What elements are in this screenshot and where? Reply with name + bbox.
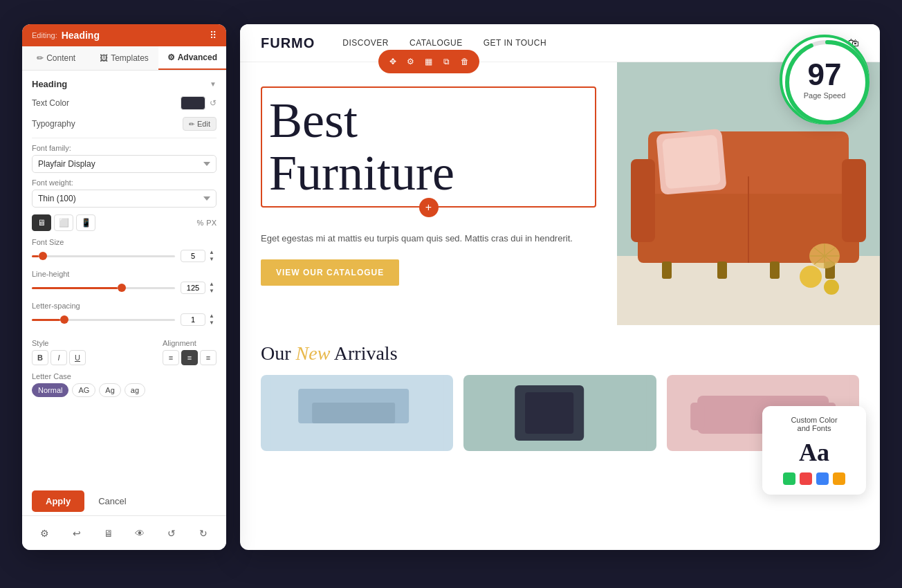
unit-toggle[interactable]: % PX: [197, 219, 217, 227]
color-dot-green[interactable]: [783, 472, 795, 485]
color-dot-red[interactable]: [800, 472, 812, 485]
redo-icon[interactable]: ↻: [195, 528, 212, 539]
speed-ring: [782, 37, 872, 127]
site-nav: DISCOVER CATALOGUE GET IN TOUCH: [342, 38, 546, 48]
line-height-stepper[interactable]: ▲ ▼: [207, 281, 217, 295]
style-label: Style: [32, 339, 86, 347]
font-size-thumb[interactable]: [39, 252, 47, 260]
tablet-device-btn[interactable]: ⬜: [54, 214, 73, 231]
case-lowercase-btn[interactable]: ag: [125, 383, 145, 397]
copy-icon[interactable]: ⧉: [439, 54, 454, 69]
mobile-device-btn[interactable]: 📱: [76, 214, 95, 231]
svg-rect-4: [631, 159, 655, 242]
font-size-stepper[interactable]: ▲ ▼: [207, 249, 217, 263]
nav-catalogue[interactable]: CATALOGUE: [409, 38, 463, 48]
editor-panel: Editing: Heading ⠿ ✏ Content 🖼 Templates…: [22, 24, 226, 550]
apply-button[interactable]: Apply: [32, 490, 84, 512]
bold-btn[interactable]: B: [32, 350, 48, 365]
svg-rect-9: [662, 261, 672, 279]
italic-btn[interactable]: I: [50, 350, 67, 365]
letter-spacing-track[interactable]: [32, 319, 175, 321]
percent-symbol: %: [197, 219, 204, 227]
svg-rect-8: [662, 135, 721, 190]
line-height-thumb[interactable]: [118, 284, 126, 292]
case-normal-btn[interactable]: Normal: [32, 383, 68, 397]
history-icon[interactable]: ↩: [68, 528, 85, 539]
align-left-btn[interactable]: ≡: [163, 350, 179, 365]
hero-content: ✥ ⚙ ▦ ⧉ 🗑 Best Furniture + Eget egestas …: [240, 62, 617, 325]
settings-icon[interactable]: ⚙: [37, 528, 53, 539]
line-height-down[interactable]: ▼: [207, 288, 217, 295]
section-heading: Heading ▼: [32, 79, 217, 89]
panel-body: Heading ▼ Text Color ↺ Typography Edit F…: [22, 71, 226, 527]
letter-spacing-slider-row: Letter-spacing ▲ ▼: [32, 302, 217, 327]
font-size-input[interactable]: [181, 250, 205, 262]
table-icon[interactable]: ▦: [421, 54, 436, 69]
add-element-btn[interactable]: +: [419, 198, 439, 217]
line-height-value-group: ▲ ▼: [181, 281, 217, 295]
letter-spacing-label: Letter-spacing: [32, 302, 217, 310]
font-size-track[interactable]: [32, 255, 175, 257]
color-dot-yellow[interactable]: [833, 472, 845, 485]
color-swatch[interactable]: [181, 96, 205, 110]
desktop-device-btn[interactable]: 🖥: [32, 214, 51, 231]
letter-spacing-down[interactable]: ▼: [207, 320, 217, 327]
line-height-track[interactable]: [32, 287, 175, 289]
move-icon[interactable]: ✥: [385, 54, 401, 69]
hero-cta-button[interactable]: VIEW OUR CATALOGUE: [261, 259, 399, 286]
letter-spacing-thumb[interactable]: [60, 315, 68, 324]
align-center-btn[interactable]: ≡: [181, 350, 198, 365]
underline-btn[interactable]: U: [69, 350, 86, 365]
letter-spacing-fill: [32, 319, 60, 321]
typography-edit-button[interactable]: Edit: [183, 117, 217, 131]
advanced-icon: ⚙: [167, 53, 175, 62]
nav-discover[interactable]: DISCOVER: [342, 38, 389, 48]
svg-rect-11: [770, 261, 780, 279]
svg-point-31: [787, 42, 867, 122]
typography-label: Typography: [32, 119, 75, 129]
color-reset-icon[interactable]: ↺: [210, 98, 217, 108]
color-dot-blue[interactable]: [816, 472, 829, 485]
letter-spacing-input[interactable]: [181, 313, 205, 326]
font-weight-select[interactable]: Thin (100): [32, 190, 217, 208]
font-size-down[interactable]: ▼: [207, 256, 217, 263]
font-family-label: Font family:: [32, 144, 217, 152]
grid-icon[interactable]: ⠿: [210, 30, 217, 41]
heading-edit-box[interactable]: Best Furniture +: [261, 86, 596, 208]
case-capitalize-btn[interactable]: Ag: [99, 383, 120, 397]
tab-templates[interactable]: 🖼 Templates: [90, 46, 158, 70]
line-height-slider-row: Line-height ▲ ▼: [32, 270, 217, 295]
arrivals-title: Our New Arrivals: [261, 342, 859, 365]
svg-point-14: [824, 279, 839, 295]
undo-icon[interactable]: ↺: [163, 528, 180, 539]
font-size-up[interactable]: ▲: [207, 249, 217, 256]
line-height-input[interactable]: [181, 282, 205, 294]
settings-toolbar-icon[interactable]: ⚙: [403, 54, 418, 69]
tab-content[interactable]: ✏ Content: [22, 46, 90, 70]
templates-icon: 🖼: [100, 53, 108, 63]
style-group: Style B I U: [32, 333, 86, 365]
align-right-btn[interactable]: ≡: [200, 350, 217, 365]
badge-sample: Aa: [773, 438, 855, 467]
action-buttons: Apply Cancel: [32, 490, 217, 512]
nav-get-in-touch[interactable]: GET IN TOUCH: [484, 38, 546, 48]
svg-point-13: [800, 266, 822, 288]
editing-label: Editing:: [32, 31, 57, 39]
font-family-select[interactable]: Playfair Display: [32, 155, 217, 173]
letter-spacing-up[interactable]: ▲: [207, 313, 217, 320]
svg-rect-10: [717, 261, 727, 279]
chevron-icon[interactable]: ▼: [210, 80, 217, 88]
line-height-up[interactable]: ▲: [207, 281, 217, 288]
cancel-button[interactable]: Cancel: [90, 490, 134, 512]
tab-advanced[interactable]: ⚙ Advanced: [158, 46, 226, 70]
letter-spacing-stepper[interactable]: ▲ ▼: [207, 313, 217, 327]
font-size-label: Font Size: [32, 238, 217, 246]
style-buttons: B I U: [32, 350, 86, 365]
case-uppercase-btn[interactable]: AG: [72, 383, 95, 397]
product-card-1: [261, 375, 453, 451]
delete-icon[interactable]: 🗑: [457, 54, 472, 69]
svg-rect-5: [842, 159, 866, 242]
desktop-icon[interactable]: 🖥: [100, 528, 117, 539]
preview-icon[interactable]: 👁: [131, 528, 148, 539]
text-color-label: Text Color: [32, 98, 69, 108]
